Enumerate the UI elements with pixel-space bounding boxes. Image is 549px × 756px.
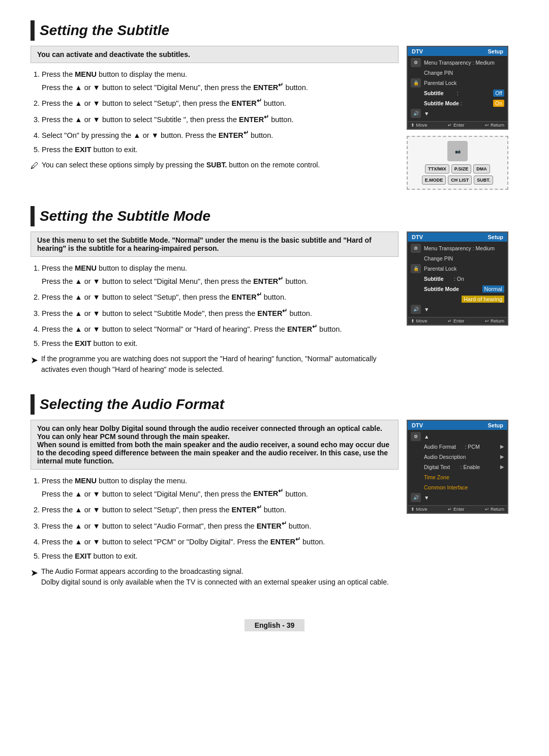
section3-steps-list: Press the MENU button to display the men… [30,476,399,562]
tv1-row1: ⚙ Menu Transparency : Medium [411,58,504,67]
section2-info: Use this menu to set the Subtitle Mode. … [30,231,399,257]
tv2-row5: Subtitle Mode Normal [411,284,504,294]
section1-remote: 📷 TTX/MIX P.SIZE DMA E.MODE CH LIST SUBT… [407,136,508,190]
tv3-icon1: ⚙ [411,432,421,441]
tv3-row7: 🔊 ▼ [411,493,504,502]
section2-heading: Setting the Subtitle Mode [30,206,518,226]
remote-bottom-row: E.MODE CH LIST SUBT. [412,176,503,185]
remote-top-graphic: 📷 [447,141,468,161]
tv1-dtv: DTV [412,48,423,54]
tv2-row4: Subtitle : On [411,274,504,283]
tv3-row2: Audio Format : PCM ▶ [411,442,504,451]
section3-step2: Press the ▲ or ▼ button to select "Setup… [42,503,399,516]
section1-step3: Press the ▲ or ▼ button to select "Subti… [42,112,399,126]
tv1-header: DTV Setup [408,47,507,56]
section1-heading: Setting the Subtitle [30,20,518,41]
section1-diagram: DTV Setup ⚙ Menu Transparency : Medium C… [407,46,518,190]
tv2-icon1: ⚙ [411,244,421,253]
section3-heading: Selecting the Audio Format [30,394,518,415]
tv2-dtv: DTV [412,234,423,240]
tv2-header: DTV Setup [408,232,507,242]
section-audio-format: Selecting the Audio Format You can only … [30,394,518,591]
remote-btn-dma[interactable]: DMA [473,164,490,173]
section-subtitle-mode: Setting the Subtitle Mode Use this menu … [30,206,518,378]
section3-tv-screen: DTV Setup ⚙ ▲ Audio Format : PCM ▶ Audio… [407,420,508,514]
remote-btn-psize[interactable]: P.SIZE [451,164,471,173]
tv2-row6: Hard of hearing [411,295,504,304]
section2-note: ➤ If the programme you are watching does… [30,354,399,375]
tv3-dtv: DTV [412,422,423,428]
tv2-footer: ⬆ Move ↵ Enter ↩ Return [408,317,507,325]
section3-title: Selecting the Audio Format [40,396,224,413]
section2-step1: Press the MENU button to display the men… [42,263,399,287]
tv2-row2: Change PIN [411,254,504,263]
section2-step2: Press the ▲ or ▼ button to select "Setup… [42,290,399,303]
section1-tv-screen: DTV Setup ⚙ Menu Transparency : Medium C… [407,46,508,130]
section2-steps: Use this menu to set the Subtitle Mode. … [30,231,399,378]
tv1-icon6: 🔊 [411,109,421,118]
tv3-icon7: 🔊 [411,493,421,502]
section2-tv-screen: DTV Setup ⚙ Menu Transparency : Medium C… [407,231,508,326]
tv1-row5: Subtitle Mode : On [411,99,504,108]
tv3-row3: Audio Description ▶ [411,452,504,461]
tv1-subtitle-mode-value: On [493,100,504,107]
section2-steps-list: Press the MENU button to display the men… [30,263,399,350]
tv3-body: ⚙ ▲ Audio Format : PCM ▶ Audio Descripti… [408,430,507,505]
page-label: English - 39 [245,619,305,631]
tv1-setup: Setup [487,48,503,54]
section1-bar [30,20,35,41]
section3-step5: Press the EXIT button to exit. [42,551,399,562]
section1-steps: You can activate and deactivate the subt… [30,46,399,190]
tv1-row4: Subtitle : Off [411,89,504,98]
tv1-row6: 🔊 ▼ [411,109,504,118]
tv2-row1: ⚙ Menu Transparency : Medium [411,244,504,253]
section1-step5: Press the EXIT button to exit. [42,144,399,156]
note-icon: 🖊 [30,160,39,172]
section3-note1: ➤ The Audio Format appears according to … [30,566,399,588]
tv1-row2: Change PIN [411,68,504,77]
tv2-row7: 🔊 ▼ [411,305,504,314]
arrow-icon: ➤ [30,354,38,367]
remote-btn-ttxmix[interactable]: TTX/MIX [425,164,449,173]
tv1-icon3: 🔒 [411,78,421,88]
section1-note: 🖊 You can select these options simply by… [30,160,399,172]
section1-content: You can activate and deactivate the subt… [30,46,518,190]
remote-btn-chlist[interactable]: CH LIST [448,176,472,185]
remote-btn-emode[interactable]: E.MODE [422,176,446,185]
section1-step4: Select "On" by pressing the ▲ or ▼ butto… [42,128,399,141]
tv2-normal-option: Normal [482,285,504,293]
tv1-icon1: ⚙ [411,58,421,67]
section1-steps-list: Press the MENU button to display the men… [30,69,399,156]
section2-step3: Press the ▲ or ▼ button to select "Subti… [42,306,399,319]
section3-content: You can only hear Dolby Digital sound th… [30,420,518,591]
tv1-subtitle-value: Off [493,90,504,97]
section1-step1: Press the MENU button to display the men… [42,69,399,93]
tv3-setup: Setup [487,422,503,428]
tv1-body: ⚙ Menu Transparency : Medium Change PIN … [408,56,507,121]
section2-diagram: DTV Setup ⚙ Menu Transparency : Medium C… [407,231,518,378]
tv3-row5: Time Zone [411,473,504,482]
section-setting-subtitle: Setting the Subtitle You can activate an… [30,20,518,190]
section3-bar [30,394,35,415]
section1-title: Setting the Subtitle [40,22,169,39]
section1-step2: Press the ▲ or ▼ button to select "Setup… [42,96,399,109]
section2-title: Setting the Subtitle Mode [40,208,210,224]
section3-steps: You can only hear Dolby Digital sound th… [30,420,399,591]
tv3-row1: ⚙ ▲ [411,432,504,441]
section3-info: You can only hear Dolby Digital sound th… [30,420,399,470]
tv3-footer: ⬆ Move ↵ Enter ↩ Return [408,505,507,513]
tv2-icon3: 🔒 [411,264,421,273]
tv3-header: DTV Setup [408,421,507,430]
remote-btn-subt[interactable]: SUBT. [474,176,493,185]
section2-content: Use this menu to set the Subtitle Mode. … [30,231,518,378]
tv2-row3: 🔒 Parental Lock [411,264,504,273]
tv2-setup: Setup [487,234,503,240]
section2-bar [30,206,35,226]
section3-step3: Press the ▲ or ▼ button to select "Audio… [42,519,399,532]
section2-step5: Press the EXIT button to exit. [42,338,399,350]
arrow-icon2: ➤ [30,566,38,580]
tv1-row3: 🔒 Parental Lock [411,78,504,88]
tv2-hard-option: Hard of hearing [462,296,504,303]
section3-diagram: DTV Setup ⚙ ▲ Audio Format : PCM ▶ Audio… [407,420,518,591]
tv2-icon7: 🔊 [411,305,421,314]
